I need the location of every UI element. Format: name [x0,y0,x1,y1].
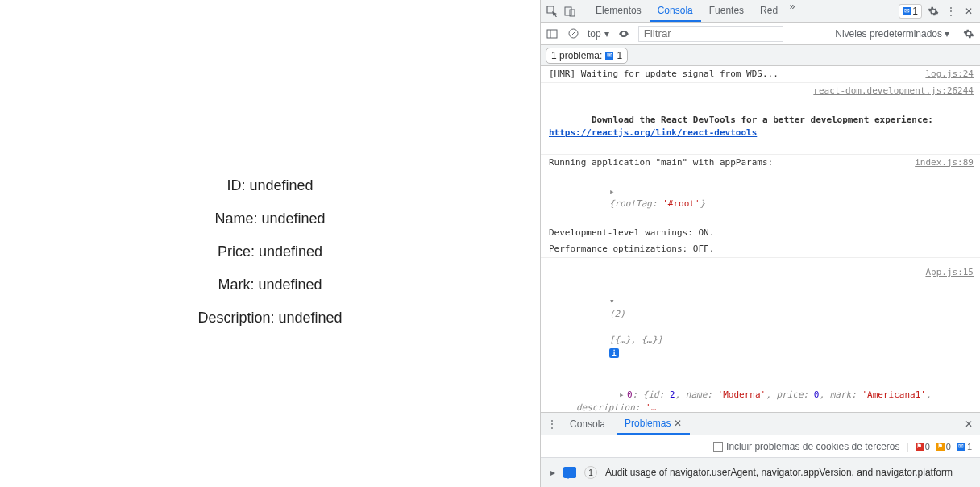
page-text-name: Name: undefined [214,210,325,227]
levels-label: Niveles predeterminados [835,28,942,40]
log-row: Performance optimizations: OFF. [541,241,980,258]
warning-count: ⚑0 [936,442,951,452]
settings-icon[interactable] [927,5,940,18]
page-text-description: Description: undefined [197,310,342,327]
chevron-down-icon: ▾ [945,28,949,40]
console-settings-icon[interactable] [962,27,975,40]
info-count: ✉1 [957,442,972,452]
clear-console-icon[interactable] [567,27,579,40]
external-link[interactable]: https://reactjs.org/link/react-devtools [549,127,757,138]
log-text: Development-level warnings: ON. [549,227,974,239]
error-count: ⚑0 [916,442,930,452]
tab-sources[interactable]: Fuentes [701,0,752,22]
issue-text: 1 problema: [551,50,602,61]
disclosure-triangle-icon[interactable]: ▾ [609,295,617,308]
info-icon[interactable]: i [609,348,619,358]
message-icon [563,467,576,478]
devtools-drawer: ⋮ Consola Problemas✕ ✕ Incluir problemas… [541,412,980,487]
close-devtools-icon[interactable]: ✕ [962,5,975,18]
kebab-icon[interactable]: ⋮ [945,5,957,18]
tab-elements[interactable]: Elementos [588,0,650,22]
cookies-checkbox[interactable]: Incluir problemas de cookies de terceros [713,441,899,452]
cookies-label: Incluir problemas de cookies de terceros [726,441,899,452]
close-drawer-icon[interactable]: ✕ [962,418,975,431]
array-item[interactable]: ▸0: {id: 2, name: 'Moderna', price: 0, m… [541,374,980,412]
filter-input[interactable] [638,26,783,42]
messages-count: 1 [912,6,918,17]
issue-title: Audit usage of navigator.userAgent, navi… [605,467,953,478]
svg-rect-0 [565,7,571,15]
log-row: ▸ {rootTag: '#root'} [541,171,980,226]
issue-count: 1 [617,50,622,61]
source-link[interactable]: index.js:89 [907,156,974,169]
disclosure-triangle-icon[interactable]: ▸ [619,389,627,402]
tab-console[interactable]: Consola [650,0,701,22]
log-row: Development-level warnings: ON. [541,225,980,241]
disclosure-triangle-icon[interactable]: ▸ [609,185,617,198]
more-tabs-icon[interactable]: » [786,0,799,13]
close-icon[interactable]: ✕ [674,418,682,429]
checkbox-icon [713,442,723,452]
issue-occurrence-count: 1 [584,466,597,479]
log-row: [HMR] Waiting for update signal from WDS… [541,66,980,83]
log-array-header[interactable]: ▾ (2) [{…}, {…}] i [541,281,980,374]
context-selector[interactable]: top ▾ [588,28,609,40]
live-expression-icon[interactable] [617,27,630,40]
svg-line-5 [571,31,576,36]
chevron-down-icon: ▾ [604,28,609,40]
log-row: Running application "main" with appParam… [541,155,980,171]
devtools-tabs: Elementos Consola Fuentes Red » [588,0,799,22]
log-levels-selector[interactable]: Niveles predeterminados ▾ [835,28,949,40]
source-link[interactable]: App.js:15 [917,266,974,279]
devtools-panel: Elementos Consola Fuentes Red » ✉ 1 ⋮ ✕ … [540,0,980,487]
disclosure-triangle-icon[interactable]: ▸ [550,467,555,478]
page-text-price: Price: undefined [218,244,322,260]
log-object[interactable]: ▸ {rootTag: '#root'} [549,173,974,224]
log-row: react-dom.development.js:26244 [541,83,980,99]
log-row: App.js:15 [541,264,980,281]
inspect-icon[interactable] [546,5,559,18]
tab-network[interactable]: Red [752,0,786,22]
messages-badge[interactable]: ✉ 1 [899,4,922,19]
drawer-tab-console[interactable]: Consola [562,414,613,434]
drawer-tabs: ⋮ Consola Problemas✕ ✕ [541,413,980,435]
log-row: Download the React DevTools for a better… [541,99,980,155]
source-link[interactable]: log.js:24 [917,68,974,81]
log-text: [HMR] Waiting for update signal from WDS… [549,68,917,81]
page-text-mark: Mark: undefined [218,277,322,293]
webpage-viewport: ID: undefined Name: undefined Price: und… [0,0,540,487]
context-label: top [588,28,601,40]
drawer-tab-problems[interactable]: Problemas✕ [617,414,690,435]
page-text-id: ID: undefined [226,177,313,194]
log-text: Download the React DevTools for a better… [549,101,974,152]
devtools-topbar: Elementos Consola Fuentes Red » ✉ 1 ⋮ ✕ [541,0,980,23]
issue-pill[interactable]: 1 problema: ✉ 1 [546,48,628,64]
source-link[interactable]: react-dom.development.js:26244 [805,85,974,98]
problems-filter-bar: Incluir problemas de cookies de terceros… [541,435,980,458]
console-toolbar: top ▾ Niveles predeterminados ▾ [541,23,980,45]
device-toggle-icon[interactable] [563,5,576,18]
issue-summary-bar: 1 problema: ✉ 1 [541,45,980,66]
message-icon: ✉ [903,7,911,15]
console-output: [HMR] Waiting for update signal from WDS… [541,66,980,412]
sidebar-toggle-icon[interactable] [546,27,559,40]
log-text: Performance optimizations: OFF. [549,243,974,256]
log-text: Running application "main" with appParam… [549,156,907,169]
issue-row[interactable]: ▸ 1 Audit usage of navigator.userAgent, … [541,458,980,487]
kebab-icon[interactable]: ⋮ [546,418,559,431]
message-icon: ✉ [605,52,613,60]
svg-rect-2 [547,30,557,38]
